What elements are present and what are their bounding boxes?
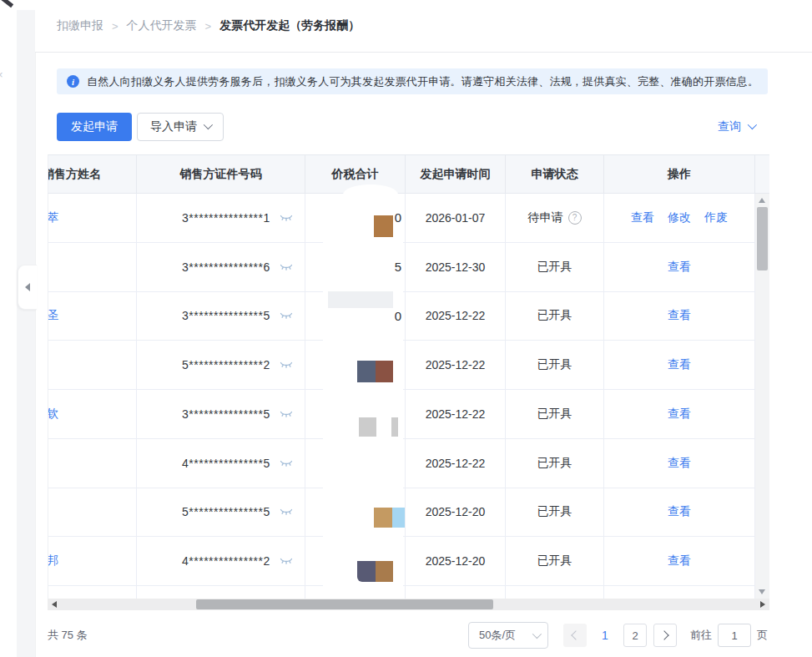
horizontal-scrollbar[interactable] (48, 599, 769, 610)
import-apply-button[interactable]: 导入申请 (137, 113, 224, 141)
cell-apply-time: 2025-12-22 (406, 341, 506, 389)
breadcrumb-separator: > (205, 20, 212, 33)
chevron-left-icon (25, 283, 30, 291)
eye-closed-icon[interactable] (280, 409, 293, 419)
eye-closed-icon[interactable] (280, 556, 293, 566)
breadcrumb-separator: > (112, 20, 119, 33)
info-banner-text: 自然人向扣缴义务人提供劳务服务后，扣缴义务人可为其发起发票代开申请。请遵守相关法… (87, 74, 759, 89)
page-size-select[interactable]: 50条/页 (468, 622, 548, 649)
cell-actions: 查看 (604, 390, 755, 438)
redaction-overlay-arc (343, 184, 398, 205)
query-toggle-link[interactable]: 查询 (718, 119, 754, 134)
redaction-block (376, 561, 393, 582)
chevron-down-icon (532, 629, 542, 639)
redaction-block (359, 417, 376, 437)
cell-id-number: 3***************6 (137, 243, 305, 291)
column-header-label: 操作 (668, 167, 691, 182)
cell-apply-time: 2025-12-22 (406, 292, 506, 341)
cell-id-number: 5***************2 (137, 341, 305, 389)
status-text: 已开具 (537, 553, 572, 569)
apply-time-text: 2025-12-30 (426, 260, 486, 274)
sidebar-collapse-handle[interactable] (18, 265, 37, 310)
action-link[interactable]: 作废 (704, 210, 728, 225)
vertical-scrollbar-thumb[interactable] (757, 207, 768, 270)
scroll-down-arrow-icon[interactable] (759, 589, 765, 594)
horizontal-scrollbar-thumb[interactable] (196, 599, 493, 609)
eye-closed-icon[interactable] (280, 360, 293, 370)
breadcrumb-item-2: 发票代开发起（劳务报酬） (219, 18, 360, 33)
id-number-text: 3***************1 (182, 211, 270, 225)
action-link[interactable]: 查看 (668, 260, 691, 275)
amount-visible-digit: 0 (395, 210, 401, 225)
page-button-2[interactable]: 2 (623, 624, 647, 647)
cell-seller-name: 钦 (48, 390, 137, 438)
seller-name-link[interactable]: 圣 (48, 308, 58, 323)
start-apply-button[interactable]: 发起申请 (57, 113, 132, 141)
edge-artifact-glyph: × (0, 68, 3, 81)
action-link[interactable]: 查看 (668, 456, 691, 471)
breadcrumb-item-0[interactable]: 扣缴申报 (57, 18, 103, 33)
empty-cell (137, 586, 305, 599)
cell-status: 已开具 (506, 439, 604, 488)
scroll-left-arrow-icon[interactable] (52, 601, 57, 608)
redaction-block (374, 508, 392, 528)
import-apply-label: 导入申请 (150, 119, 197, 134)
action-link[interactable]: 查看 (668, 504, 691, 519)
cell-id-number: 3***************5 (137, 292, 305, 341)
page-size-value: 50条/页 (479, 628, 516, 643)
page-button-1[interactable]: 1 (593, 624, 617, 647)
column-header-3: 发起申请时间 (406, 155, 506, 193)
seller-name-link[interactable]: 钦 (48, 407, 58, 422)
empty-cell (604, 586, 755, 599)
scroll-up-arrow-icon[interactable] (759, 198, 765, 203)
redaction-block (357, 561, 376, 582)
status-text: 待申请 (528, 210, 563, 225)
breadcrumb-item-1[interactable]: 个人代开发票 (127, 18, 197, 33)
eye-closed-icon[interactable] (280, 311, 293, 321)
eye-closed-icon[interactable] (280, 507, 293, 517)
goto-page-suffix: 页 (757, 628, 768, 643)
prev-page-button[interactable] (563, 624, 587, 647)
action-link[interactable]: 查看 (668, 308, 691, 323)
collapsed-sidebar-rail (17, 10, 35, 657)
seller-name-link[interactable]: 邦 (48, 553, 58, 569)
status-help-icon[interactable]: ? (568, 211, 582, 225)
cell-apply-time: 2025-12-22 (406, 390, 506, 438)
status-text: 已开具 (537, 456, 572, 471)
scroll-right-arrow-icon[interactable] (760, 601, 765, 608)
cell-seller-name (48, 243, 137, 291)
apply-time-text: 2026-01-07 (426, 211, 486, 225)
seller-name-link[interactable]: 萃 (48, 210, 58, 225)
action-link[interactable]: 查看 (668, 407, 691, 422)
column-header-label: 价税合计 (332, 167, 379, 182)
edge-artifact-mark (0, 0, 13, 8)
next-page-button[interactable] (653, 624, 677, 647)
action-link[interactable]: 查看 (668, 553, 691, 569)
cell-actions: 查看 (604, 537, 755, 585)
cell-apply-time: 2025-12-30 (406, 243, 506, 291)
cell-status: 已开具 (506, 341, 604, 389)
eye-closed-icon[interactable] (280, 458, 293, 468)
cell-apply-time: 2025-12-20 (406, 537, 506, 585)
goto-page-input[interactable] (718, 624, 751, 647)
vertical-scrollbar[interactable] (755, 194, 769, 599)
redaction-block (391, 417, 398, 437)
id-number-text: 3***************5 (182, 407, 270, 421)
column-header-5: 操作 (604, 155, 755, 193)
action-link[interactable]: 修改 (668, 210, 691, 225)
column-header-label: 发起申请时间 (421, 167, 491, 182)
query-label: 查询 (718, 119, 741, 134)
column-header-4: 申请状态 (506, 155, 604, 193)
cell-actions: 查看 (604, 341, 755, 389)
action-link[interactable]: 查看 (631, 210, 654, 225)
status-text: 已开具 (537, 407, 572, 422)
cell-actions: 查看 (604, 243, 755, 291)
eye-closed-icon[interactable] (280, 262, 293, 272)
cell-seller-name (48, 488, 137, 537)
action-link[interactable]: 查看 (668, 357, 691, 372)
cell-id-number: 4***************2 (137, 537, 305, 585)
eye-closed-icon[interactable] (280, 213, 293, 223)
id-number-text: 4***************5 (182, 457, 270, 470)
cell-actions: 查看 (604, 439, 755, 488)
cell-seller-name: 圣 (48, 292, 137, 341)
